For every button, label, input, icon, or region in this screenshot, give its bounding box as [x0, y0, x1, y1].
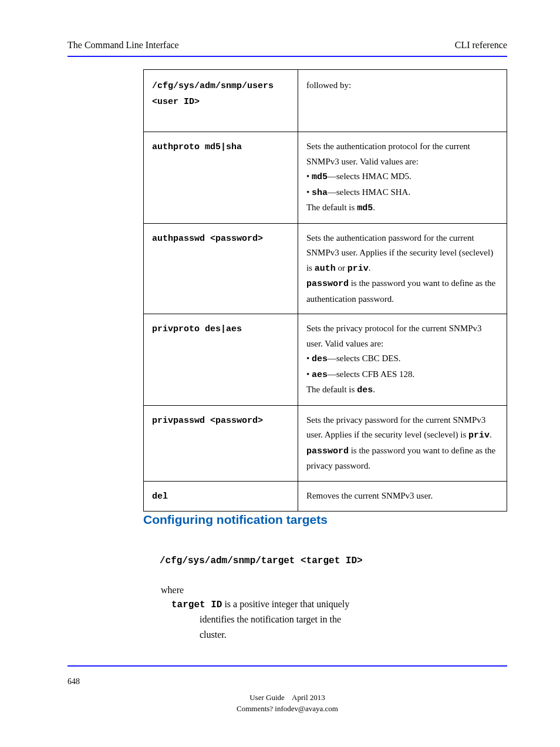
footer-t2: April 2013	[292, 693, 325, 702]
body-desc1: is a positive integer that uniquely	[222, 599, 349, 609]
header-cont-text: followed by:	[306, 80, 351, 90]
cmd-cell: privpasswd <password>	[144, 405, 298, 481]
desc-cell: Removes the current SNMPv3 user.	[298, 481, 507, 512]
desc-text: Removes the current SNMPv3 user.	[306, 491, 433, 500]
default-code: des	[357, 385, 373, 395]
page-number: 648	[68, 677, 80, 687]
desc-mid: or	[336, 263, 348, 272]
cmd-cell: privproto des|aes	[144, 314, 298, 406]
desc-cell: Sets the authentication protocol for the…	[298, 132, 507, 224]
table-header-cmd: /cfg/sys/adm/snmp/users <user ID>	[144, 70, 298, 132]
cmd-cell: authpasswd <password>	[144, 223, 298, 314]
cmd-text: del	[152, 492, 168, 502]
footer-t1: User Guide	[249, 693, 285, 702]
default-pre: The default is	[306, 203, 357, 212]
desc-cell: Sets the authentication password for the…	[298, 223, 507, 314]
body-text-indent: target ID is a positive integer that uni…	[171, 597, 495, 642]
bullet-text: —selects HMAC MD5.	[328, 171, 411, 181]
default-pre: The default is	[306, 385, 357, 394]
footer-line1: User Guide April 2013	[68, 693, 507, 702]
body-term: target ID	[171, 600, 222, 610]
header-right: CLI reference	[455, 40, 507, 51]
desc-cell: Sets the privacy protocol for the curren…	[298, 314, 507, 406]
default-code: md5	[357, 203, 373, 213]
desc-post: .	[490, 430, 492, 439]
bullet-code: aes	[312, 370, 328, 380]
cmd-cell: del	[144, 481, 298, 512]
table-header-desc: followed by:	[298, 70, 507, 132]
table-row: authproto md5|sha Sets the authenticatio…	[144, 132, 507, 224]
header-cmd-text: /cfg/sys/adm/snmp/users <user ID>	[152, 81, 274, 107]
inline-code: priv	[468, 430, 490, 440]
bottom-rule	[68, 665, 507, 667]
body-pre: where	[161, 585, 184, 595]
cmd-text: privproto des|aes	[152, 324, 242, 334]
bullet-text: —selects CBC DES.	[328, 354, 401, 363]
desc-text: Sets the authentication protocol for the…	[306, 142, 470, 166]
body-text: where	[161, 583, 495, 598]
default-post: .	[373, 203, 375, 212]
cmd-text: authproto md5|sha	[152, 142, 242, 152]
param-code: password	[306, 446, 349, 456]
bullet-code: sha	[312, 188, 328, 198]
bullet-code: des	[312, 354, 328, 364]
default-post: .	[373, 385, 375, 394]
desc-text: Sets the privacy password for the curren…	[306, 415, 485, 440]
table-row: del Removes the current SNMPv3 user.	[144, 481, 507, 512]
footer-line2: Comments? infodev@avaya.com	[68, 704, 507, 714]
desc-cell: Sets the privacy password for the curren…	[298, 405, 507, 481]
body-desc2: identifies the notification target in th…	[200, 614, 341, 624]
inline-code: auth	[315, 264, 336, 274]
desc-text: Sets the privacy protocol for the curren…	[306, 324, 482, 348]
header-left: The Command Line Interface	[68, 40, 179, 51]
bullet-text: —selects CFB AES 128.	[328, 369, 414, 379]
table-row: privpasswd <password> Sets the privacy p…	[144, 405, 507, 481]
cmd-text: authpasswd <password>	[152, 234, 263, 244]
desc-post: .	[369, 263, 371, 272]
body-desc3: cluster.	[200, 630, 227, 640]
command-table: /cfg/sys/adm/snmp/users <user ID> follow…	[143, 69, 507, 512]
section-heading: Configuring notification targets	[143, 513, 328, 527]
cmd-text: privpasswd <password>	[152, 416, 263, 426]
top-rule	[68, 56, 507, 57]
param-code: password	[306, 279, 349, 289]
table-row: authpasswd <password> Sets the authentic…	[144, 223, 507, 314]
table-header-row: /cfg/sys/adm/snmp/users <user ID> follow…	[144, 70, 507, 132]
table-row: privproto des|aes Sets the privacy proto…	[144, 314, 507, 406]
bullet-text: —selects HMAC SHA.	[328, 187, 410, 197]
cmd-cell: authproto md5|sha	[144, 132, 298, 224]
bullet-code: md5	[312, 172, 328, 182]
inline-code: priv	[348, 264, 369, 274]
section-path: /cfg/sys/adm/snmp/target <target ID>	[160, 556, 363, 566]
